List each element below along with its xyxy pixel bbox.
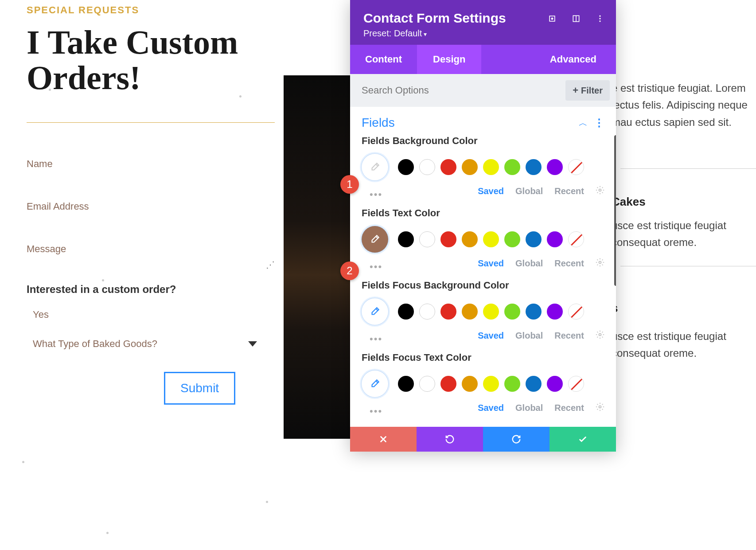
color-swatch[interactable] (398, 231, 414, 247)
color-swatch[interactable] (462, 376, 478, 392)
color-swatch[interactable] (462, 159, 478, 175)
section-more-icon[interactable]: ⋮ (594, 117, 604, 129)
panel-header: Contact Form Settings Preset: Default (350, 0, 616, 45)
color-picker-button[interactable] (362, 154, 388, 180)
color-swatch[interactable] (440, 159, 456, 175)
global-tab[interactable]: Global (515, 403, 543, 413)
saved-tab[interactable]: Saved (478, 258, 504, 269)
more-dots-icon[interactable]: ••• (362, 261, 382, 273)
svg-point-5 (599, 18, 600, 19)
more-dots-icon[interactable]: ••• (362, 333, 382, 345)
color-swatch[interactable] (398, 376, 414, 392)
color-swatch[interactable] (398, 304, 414, 320)
color-swatch[interactable] (526, 231, 542, 247)
tab-design[interactable]: Design (417, 45, 481, 74)
global-tab[interactable]: Global (515, 331, 543, 341)
save-button[interactable] (549, 427, 616, 452)
tab-advanced[interactable]: Advanced (534, 45, 616, 74)
tab-content[interactable]: Content (350, 45, 417, 74)
cancel-button[interactable] (350, 427, 417, 452)
resize-handle-icon[interactable]: ⋰ (266, 260, 275, 269)
color-picker-button[interactable] (362, 371, 388, 397)
color-picker-button[interactable] (362, 298, 388, 325)
color-swatch[interactable] (504, 159, 520, 175)
gear-icon[interactable] (596, 402, 604, 413)
swatch-row (362, 226, 604, 253)
gear-icon[interactable] (596, 258, 604, 269)
color-swatch[interactable] (504, 231, 520, 247)
color-swatch[interactable] (547, 159, 563, 175)
color-swatch[interactable] (526, 159, 542, 175)
swatch-row (362, 371, 604, 397)
global-tab[interactable]: Global (515, 258, 543, 269)
color-swatch[interactable] (547, 376, 563, 392)
redo-button[interactable] (483, 427, 549, 452)
color-swatch[interactable] (568, 159, 584, 175)
color-swatch[interactable] (419, 376, 435, 392)
scrollbar[interactable] (614, 135, 616, 286)
color-swatch[interactable] (462, 304, 478, 320)
color-picker-button[interactable] (362, 226, 388, 253)
collapse-icon[interactable]: ︿ (579, 117, 588, 129)
color-swatch[interactable] (440, 231, 456, 247)
color-swatch[interactable] (462, 231, 478, 247)
custom-order-question: Interested in a custom order? (27, 283, 275, 296)
color-swatch[interactable] (398, 159, 414, 175)
svg-point-9 (599, 334, 601, 336)
color-swatch[interactable] (504, 376, 520, 392)
more-icon[interactable] (595, 13, 605, 24)
color-swatch[interactable] (547, 231, 563, 247)
eyebrow-text: SPECIAL REQUESTS (27, 4, 275, 16)
message-label: Message (27, 243, 66, 254)
more-dots-icon[interactable]: ••• (362, 406, 382, 417)
search-input[interactable] (362, 85, 565, 96)
recent-tab[interactable]: Recent (554, 403, 584, 413)
preset-selector[interactable]: Preset: Default (363, 28, 603, 39)
color-swatch[interactable] (483, 159, 499, 175)
filter-button[interactable]: +Filter (565, 80, 610, 101)
color-swatch[interactable] (504, 304, 520, 320)
color-swatch[interactable] (483, 231, 499, 247)
more-dots-icon[interactable]: ••• (362, 189, 382, 200)
color-swatch[interactable] (568, 376, 584, 392)
gear-icon[interactable] (596, 186, 604, 197)
step-badge-2: 2 (340, 261, 359, 280)
gold-divider (27, 122, 275, 123)
color-swatch[interactable] (483, 304, 499, 320)
color-swatch[interactable] (419, 159, 435, 175)
baked-goods-dropdown[interactable]: What Type of Baked Goods? (27, 338, 275, 350)
color-swatch[interactable] (419, 304, 435, 320)
color-swatch[interactable] (568, 231, 584, 247)
gear-icon[interactable] (596, 330, 604, 341)
color-swatch[interactable] (568, 304, 584, 320)
submit-button[interactable]: Submit (164, 372, 235, 405)
swatch-footer: SavedGlobalRecent (382, 186, 604, 197)
color-swatch[interactable] (526, 376, 542, 392)
saved-tab[interactable]: Saved (478, 331, 504, 341)
filter-label: Filter (581, 86, 603, 96)
swatch-row (362, 298, 604, 325)
saved-tab[interactable]: Saved (478, 186, 504, 196)
name-field[interactable]: Name (27, 158, 275, 170)
recent-tab[interactable]: Recent (554, 186, 584, 196)
svg-point-8 (599, 261, 601, 264)
recent-tab[interactable]: Recent (554, 331, 584, 341)
color-swatch[interactable] (547, 304, 563, 320)
expand-icon[interactable] (547, 13, 557, 24)
color-swatch[interactable] (526, 304, 542, 320)
custom-order-answer[interactable]: Yes (27, 309, 275, 320)
message-field[interactable]: Message (27, 243, 275, 255)
color-swatch[interactable] (419, 231, 435, 247)
saved-tab[interactable]: Saved (478, 403, 504, 413)
recent-tab[interactable]: Recent (554, 258, 584, 269)
undo-button[interactable] (417, 427, 483, 452)
settings-panel: Contact Form Settings Preset: Default Co… (350, 0, 616, 452)
section-title: Fields (362, 116, 579, 130)
color-swatch[interactable] (483, 376, 499, 392)
color-swatch[interactable] (440, 376, 456, 392)
section-header[interactable]: Fields ︿ ⋮ (350, 107, 616, 135)
email-field[interactable]: Email Address (27, 201, 275, 212)
global-tab[interactable]: Global (515, 186, 543, 196)
color-swatch[interactable] (440, 304, 456, 320)
layout-icon[interactable] (571, 13, 581, 24)
